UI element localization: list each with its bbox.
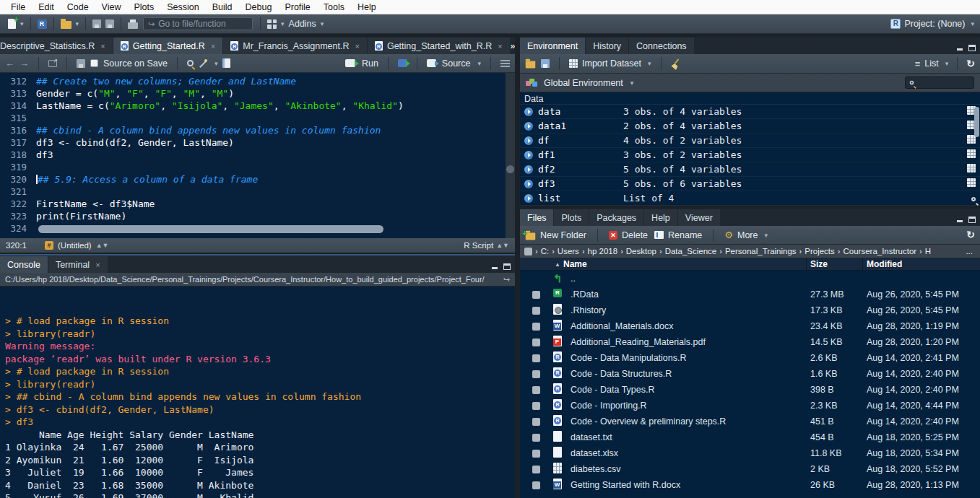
code-line[interactable]: 317df3 <- cbind(df2, Gender, LastName) [0, 136, 515, 149]
environment-tab-environment[interactable]: Environment [520, 38, 585, 54]
menu-item-edit[interactable]: Edit [32, 1, 61, 14]
file-type-selector[interactable]: R Script [464, 241, 493, 250]
save-all-button[interactable] [103, 16, 116, 32]
maximize-pane-icon[interactable] [968, 217, 976, 223]
file-checkbox[interactable] [532, 418, 540, 426]
file-checkbox[interactable] [532, 370, 540, 378]
view-table-icon[interactable] [967, 178, 976, 189]
file-name[interactable]: Getting Started with R.docx [571, 480, 680, 490]
breadcrumb-item[interactable]: Projects [805, 247, 835, 255]
file-checkbox[interactable] [532, 354, 540, 362]
menu-item-help[interactable]: Help [351, 1, 383, 14]
code-line[interactable]: 322FirstName <- df3$Name [0, 198, 515, 210]
files-tab-plots[interactable]: Plots [554, 209, 589, 226]
open-file-button[interactable]: ▾ [58, 16, 82, 32]
tab-overflow-icon[interactable]: » [511, 41, 515, 51]
run-button[interactable]: Run [345, 58, 378, 69]
minimize-pane-icon[interactable] [956, 217, 963, 223]
scrollbar-thumb[interactable] [506, 165, 514, 173]
view-table-icon[interactable] [967, 164, 976, 175]
print-button[interactable] [126, 16, 140, 32]
editor-horizontal-scrollbar[interactable] [38, 225, 383, 233]
code-line[interactable]: 312## Create two new columns; Gender and… [0, 75, 515, 87]
delete-button[interactable]: ✕ Delete [609, 230, 648, 240]
menu-item-session[interactable]: Session [160, 1, 205, 14]
file-row[interactable]: Code - Importing.R2.3 KBAug 14, 2020, 4:… [520, 398, 980, 414]
code-line[interactable]: 316## cbind - A column bind appends new … [0, 124, 515, 136]
code-line[interactable]: 314LastName = c("Arimoro", "Isijola", "J… [0, 100, 515, 112]
close-tab-icon[interactable]: × [355, 42, 360, 51]
file-checkbox[interactable] [532, 466, 540, 473]
file-name[interactable]: Code - Data Manipulations.R [571, 353, 687, 363]
maximize-pane-icon[interactable] [503, 263, 511, 270]
file-name[interactable]: dataset.xlsx [571, 448, 618, 458]
refresh-icon[interactable]: ↻ [966, 229, 975, 240]
new-file-button[interactable]: +▾ [6, 16, 26, 32]
minimize-pane-icon[interactable] [491, 263, 498, 270]
file-checkbox[interactable] [532, 338, 540, 346]
section-selector[interactable]: (Untitled) [58, 241, 92, 250]
find-replace-icon[interactable] [187, 60, 194, 66]
file-row[interactable]: Getting Started with R.docx26 KBAug 28, … [520, 477, 980, 493]
code-line[interactable]: 313Gender = c("M", "F", "F", "M", "M") [0, 87, 515, 100]
source-button[interactable]: Source [427, 58, 471, 69]
addins-button[interactable]: Addins▾ [287, 16, 326, 32]
file-checkbox[interactable] [532, 402, 540, 410]
close-tab-icon[interactable]: × [498, 42, 502, 51]
list-view-label[interactable]: List [924, 58, 938, 69]
console-tab-terminal[interactable]: Terminal× [48, 256, 108, 273]
code-line[interactable]: 324 [0, 222, 515, 235]
code-line[interactable]: 319 [0, 161, 515, 173]
file-name[interactable]: Code - Overview & preliminary steps.R [571, 416, 726, 427]
file-name[interactable]: .Rhistory [571, 305, 606, 315]
expand-object-icon[interactable] [524, 122, 533, 131]
goto-directory-icon[interactable]: ↪ [503, 275, 510, 284]
file-name[interactable]: .RData [571, 289, 599, 300]
file-checkbox[interactable] [532, 323, 540, 331]
breadcrumb-overflow-button[interactable]: ... [963, 247, 976, 255]
file-name[interactable]: Code - Importing.R [571, 401, 647, 411]
environment-item-df3[interactable]: df35 obs. of 6 variables [520, 177, 980, 191]
menu-item-code[interactable]: Code [61, 1, 95, 14]
files-tab-viewer[interactable]: Viewer [678, 209, 720, 226]
file-row[interactable]: Code - Overview & preliminary steps.R451… [520, 414, 980, 429]
file-name[interactable]: Additional_Materials.docx [571, 321, 673, 331]
column-header-size[interactable]: Size [810, 259, 828, 269]
file-row[interactable]: Code - Data Types.R398 BAug 14, 2020, 2:… [520, 382, 980, 398]
code-line[interactable]: 320## 5.9: Access a column of a data fra… [0, 173, 515, 185]
environment-item-list[interactable]: listList of 4 [520, 191, 980, 206]
console-tab-console[interactable]: Console [0, 256, 48, 273]
environment-tab-connections[interactable]: Connections [629, 38, 694, 54]
save-workspace-icon[interactable] [541, 59, 550, 68]
rename-button[interactable]: Rename [654, 230, 702, 240]
new-folder-button[interactable]: + New Folder [525, 230, 586, 240]
environment-search-box[interactable] [905, 77, 974, 89]
code-line[interactable]: 321 [0, 185, 515, 198]
file-row[interactable]: dataset.xlsx11.8 KBAug 18, 2020, 5:34 PM [520, 445, 980, 461]
file-checkbox[interactable] [532, 434, 540, 442]
view-table-icon[interactable] [967, 149, 976, 160]
environment-item-data[interactable]: data3 obs. of 4 variables [520, 105, 980, 119]
document-outline-icon[interactable] [500, 60, 510, 68]
file-checkbox[interactable] [532, 386, 540, 394]
file-checkbox[interactable] [532, 307, 540, 315]
close-tab-icon[interactable]: × [100, 42, 105, 51]
source-on-save-checkbox[interactable] [90, 59, 98, 67]
file-row[interactable]: Code - Data Manipulations.R2.6 KBAug 14,… [520, 350, 980, 366]
file-name[interactable]: .. [571, 274, 576, 284]
expand-object-icon[interactable] [524, 165, 533, 174]
editor-vertical-scrollbar[interactable] [506, 73, 515, 238]
goto-file-function-input[interactable] [158, 19, 241, 29]
pane-layout-button[interactable]: ▾ [265, 16, 287, 32]
column-header-name[interactable]: Name [563, 259, 587, 269]
clear-workspace-icon[interactable] [671, 59, 680, 69]
file-name[interactable]: Code - Data Types.R [571, 385, 655, 395]
file-row[interactable]: diabetes.csv2 KBAug 18, 2020, 5:52 PM [520, 461, 980, 477]
breadcrumb-item[interactable]: hp 2018 [588, 247, 618, 255]
menu-item-file[interactable]: File [4, 1, 32, 14]
breadcrumb-item[interactable]: Coursera_Instructor [843, 247, 916, 255]
file-row[interactable]: Code - Data Structures.R1.6 KBAug 14, 20… [520, 366, 980, 382]
environment-scope-selector[interactable]: Global Environment [544, 78, 623, 88]
file-row[interactable]: ↰.. [520, 271, 980, 287]
project-menu-button[interactable]: R Project: (None) ▾ [890, 19, 974, 29]
